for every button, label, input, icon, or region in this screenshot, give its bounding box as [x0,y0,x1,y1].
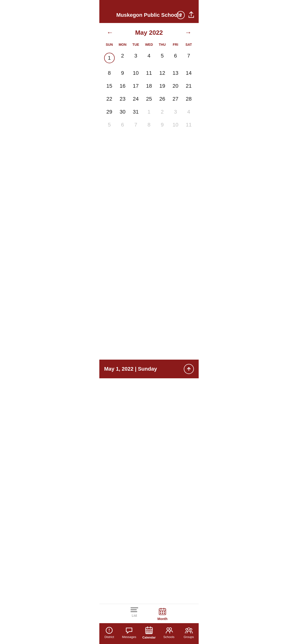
tab-calendar-label: Calendar [142,636,156,639]
day-header-sat: SAT [182,42,195,48]
svg-point-4 [160,612,161,612]
month-view-toggle[interactable]: Month [158,607,168,621]
calendar-day[interactable]: 1 [142,106,156,118]
calendar-day[interactable]: 16 [116,80,129,92]
calendar-day[interactable]: 4 [142,49,156,66]
calendar-day[interactable]: 30 [116,106,129,118]
calendar-day[interactable]: 19 [156,80,169,92]
month-nav: ← May 2022 → [102,23,196,40]
svg-point-21 [148,632,150,633]
svg-point-7 [160,613,161,614]
calendar-day[interactable]: 18 [142,80,156,92]
tab-schools-label: Schools [163,635,175,639]
svg-point-25 [186,628,188,630]
svg-point-22 [151,632,152,633]
svg-point-19 [151,630,152,632]
calendar-day[interactable]: 2 [116,49,129,66]
calendar-grid: 1234567891011121314151617181920212223242… [102,48,196,132]
month-title: May 2022 [135,29,163,36]
calendar-day[interactable]: 6 [116,118,129,131]
calendar-day[interactable]: 17 [129,80,142,92]
calendar-day[interactable]: 8 [142,118,156,131]
calendar-day[interactable]: 3 [129,49,142,66]
header-icons: ? [177,11,195,19]
schools-icon [165,626,173,634]
selected-date-banner: May 1, 2022 | Sunday [99,360,199,378]
calendar-day[interactable]: 25 [142,92,156,106]
list-view-toggle[interactable]: List [130,607,138,621]
calendar-day[interactable]: 8 [103,66,116,80]
calendar-day[interactable]: 22 [103,92,116,106]
calendar-day[interactable]: 14 [182,66,195,80]
calendar-day[interactable]: 5 [103,118,116,131]
groups-icon [185,626,193,634]
svg-point-12 [109,632,110,632]
calendar-day[interactable]: 11 [182,118,195,131]
share-icon[interactable] [188,11,195,19]
next-month-button[interactable]: → [182,28,194,38]
svg-point-20 [146,632,147,633]
tab-messages[interactable]: Messages [122,626,136,639]
scroll-up-button[interactable] [184,364,194,374]
header-title: Muskegon Public Schools [116,12,182,18]
list-view-label: List [132,614,137,618]
svg-point-24 [169,628,172,630]
calendar-day[interactable]: 21 [182,80,195,92]
calendar-day[interactable]: 29 [103,106,116,118]
svg-point-23 [167,628,169,630]
calendar-day[interactable]: 26 [156,92,169,106]
selected-date-text: May 1, 2022 | Sunday [104,366,157,372]
tab-district-label: District [105,635,114,639]
header: Muskegon Public Schools ? [99,0,199,23]
tab-schools[interactable]: Schools [162,626,176,639]
calendar-day[interactable]: 12 [156,66,169,80]
calendar-day[interactable]: 7 [129,118,142,131]
calendar-day[interactable]: 2 [156,106,169,118]
calendar-icon [145,626,153,635]
messages-icon [125,626,133,634]
day-header-wed: WED [142,42,156,48]
calendar-day[interactable]: 13 [169,66,182,80]
calendar-day[interactable]: 9 [156,118,169,131]
help-icon[interactable]: ? [177,11,185,19]
calendar-day[interactable]: 4 [182,106,195,118]
calendar-day[interactable]: 11 [142,66,156,80]
day-header-mon: MON [116,42,129,48]
tab-groups-label: Groups [184,635,194,639]
tab-district[interactable]: District [102,626,116,639]
list-icon [130,607,138,612]
day-header-thu: THU [156,42,169,48]
calendar-day[interactable]: 6 [169,49,182,66]
svg-point-9 [164,613,165,614]
events-area [99,378,199,604]
calendar-day[interactable]: 28 [182,92,195,106]
calendar-day[interactable]: 15 [103,80,116,92]
calendar-day[interactable]: 5 [156,49,169,66]
calendar-container: ← May 2022 → SUN MON TUE WED THU FRI SAT… [99,23,199,358]
calendar-day[interactable]: 10 [169,118,182,131]
svg-point-17 [146,630,147,632]
calendar-day[interactable]: 9 [116,66,129,80]
month-view-icon [158,607,167,616]
district-icon [105,626,113,634]
calendar-day[interactable]: 1 [103,49,116,66]
calendar-day[interactable]: 7 [182,49,195,66]
svg-point-18 [148,630,150,632]
tab-groups[interactable]: Groups [182,626,196,639]
month-view-label: Month [158,617,168,621]
calendar-day[interactable]: 27 [169,92,182,106]
tab-calendar[interactable]: Calendar [142,626,156,639]
day-header-fri: FRI [169,42,182,48]
prev-month-button[interactable]: ← [104,28,116,38]
svg-point-26 [188,628,190,630]
calendar-day[interactable]: 31 [129,106,142,118]
calendar-day[interactable]: 20 [169,80,182,92]
calendar-day[interactable]: 10 [129,66,142,80]
day-header-sun: SUN [103,42,116,48]
svg-point-27 [190,628,192,630]
day-header-tue: TUE [129,42,142,48]
calendar-day[interactable]: 3 [169,106,182,118]
calendar-day[interactable]: 23 [116,92,129,106]
svg-point-8 [162,613,163,614]
calendar-day[interactable]: 24 [129,92,142,106]
